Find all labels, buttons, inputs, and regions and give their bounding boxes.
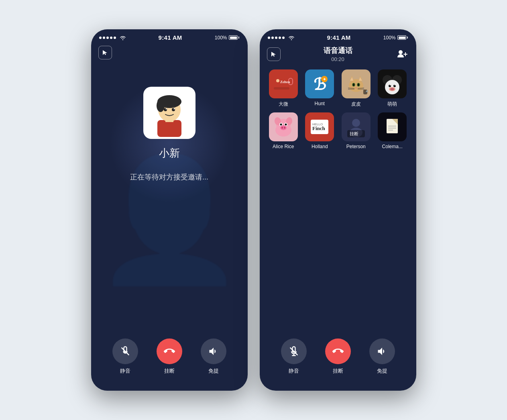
avatar-dawei: Zelten — [269, 69, 298, 98]
phone-2: 9:41 AM 100% 语音通话 00:20 — [260, 29, 416, 391]
caller-avatar-svg — [145, 89, 193, 137]
battery-icon-2 — [397, 35, 408, 40]
hangup-icon — [164, 346, 175, 357]
svg-point-56 — [280, 124, 282, 126]
svg-text:Finch: Finch — [312, 125, 326, 131]
signal-area — [99, 35, 126, 40]
participant-holland: HELLO Finch Holland — [304, 112, 336, 149]
mute-label-2: 静音 — [289, 367, 299, 375]
speaker-label: 免提 — [208, 367, 219, 375]
call-title: 语音通话 — [324, 46, 352, 55]
controls-1: 静音 挂断 免提 — [91, 330, 248, 391]
participant-pipi: 🎤 皮皮 — [340, 69, 372, 108]
svg-rect-0 — [157, 120, 181, 137]
name-holland: Holland — [312, 144, 328, 149]
name-alice: Alice Rice — [273, 144, 294, 149]
participant-coleman: Colema... — [377, 112, 408, 149]
participant-hunt: ℬ ✦ Hunt — [304, 69, 336, 108]
status-time-2: 9:41 AM — [327, 34, 351, 41]
participant-dawei: Zelten 大微 — [268, 69, 299, 108]
hangup-control[interactable]: 挂断 — [157, 338, 182, 375]
svg-point-22 — [349, 79, 363, 92]
coleman-svg — [380, 115, 404, 139]
svg-point-59 — [281, 127, 283, 129]
disconnect-svg: 挂断 — [344, 115, 368, 139]
svg-point-4 — [157, 99, 165, 112]
calling-content: 👤 — [91, 63, 248, 330]
signal-area-2 — [268, 35, 295, 40]
cat-svg: 🎤 — [344, 72, 368, 96]
svg-point-66 — [352, 119, 360, 127]
mic-off-icon-2 — [288, 346, 299, 357]
mute-button[interactable] — [112, 338, 138, 364]
svg-point-46 — [390, 85, 391, 86]
svg-point-42 — [389, 85, 391, 87]
battery-icon-1 — [229, 35, 239, 40]
header-title-group: 语音通话 00:20 — [324, 46, 352, 62]
hangup-label-2: 挂断 — [333, 367, 343, 375]
finch-svg: HELLO Finch — [307, 115, 332, 139]
svg-point-7 — [165, 108, 167, 110]
svg-point-8 — [173, 108, 175, 110]
hangup-label: 挂断 — [164, 367, 175, 375]
participants-grid: Zelten 大微 ℬ ✦ Hunt — [268, 69, 408, 149]
mute-control-2[interactable]: 静音 — [281, 338, 307, 375]
svg-point-45 — [390, 88, 394, 90]
mute-control[interactable]: 静音 — [112, 338, 138, 375]
avatar-holland: HELLO Finch — [305, 112, 334, 141]
signal-dots — [99, 37, 116, 39]
svg-point-57 — [285, 124, 287, 126]
pig-svg — [271, 115, 295, 139]
battery-area-2: 100% — [383, 35, 408, 41]
name-mengmeng: 萌萌 — [387, 101, 397, 108]
status-bar-2: 9:41 AM 100% — [260, 29, 416, 44]
phones-container: 9:41 AM 100% 👤 — [91, 29, 416, 391]
caller-name: 小新 — [159, 146, 180, 160]
wifi-icon-2 — [288, 35, 295, 40]
battery-area-1: 100% — [215, 35, 240, 41]
app-icon-2[interactable] — [267, 47, 281, 61]
group-call-content: Zelten 大微 ℬ ✦ Hunt — [260, 65, 416, 330]
svg-rect-14 — [274, 87, 289, 90]
mute-label: 静音 — [120, 367, 130, 375]
name-coleman: Colema... — [382, 144, 403, 149]
participant-peterson: 挂断 Peterson — [340, 112, 372, 149]
add-person-button[interactable] — [395, 47, 409, 61]
participant-mengmeng: 萌萌 — [377, 69, 408, 108]
hangup-button[interactable] — [157, 338, 182, 364]
phone-1: 9:41 AM 100% 👤 — [91, 29, 248, 391]
hangup-control-2[interactable]: 挂断 — [325, 338, 351, 375]
hangup-icon-2 — [332, 346, 344, 357]
hunt-svg: ℬ ✦ — [307, 72, 332, 96]
status-bar-1: 9:41 AM 100% — [91, 29, 248, 44]
svg-point-43 — [393, 85, 396, 87]
svg-point-30 — [358, 84, 359, 86]
avatar-pipi: 🎤 — [342, 69, 371, 98]
speaker-control-2[interactable]: 免提 — [369, 338, 395, 375]
hangup-button-2[interactable] — [325, 338, 351, 364]
add-person-icon — [397, 49, 408, 59]
signal-dots-2 — [268, 37, 285, 39]
cursor-icon-2 — [270, 51, 277, 58]
speaker-button[interactable] — [201, 338, 226, 364]
svg-text:🎤: 🎤 — [364, 90, 368, 94]
speaker-icon — [208, 346, 219, 357]
cursor-icon-1 — [102, 49, 109, 56]
app-icon-1[interactable] — [98, 46, 112, 59]
speaker-control[interactable]: 免提 — [201, 338, 226, 375]
mute-button-2[interactable] — [281, 338, 307, 364]
avatar-alice — [269, 112, 298, 141]
avatar-mengmeng — [378, 69, 407, 98]
name-pipi: 皮皮 — [351, 101, 361, 108]
svg-point-29 — [353, 84, 354, 86]
participant-alice: Alice Rice — [268, 112, 299, 149]
header-2: 语音通话 00:20 — [260, 44, 416, 65]
svg-point-60 — [284, 127, 285, 129]
avatar-coleman — [378, 112, 407, 141]
controls-2: 静音 挂断 免提 — [260, 330, 416, 391]
call-duration: 00:20 — [331, 56, 344, 62]
avatar-peterson: 挂断 — [342, 112, 371, 141]
speaker-icon-2 — [377, 346, 388, 357]
mic-off-icon — [120, 346, 131, 357]
speaker-button-2[interactable] — [369, 338, 395, 364]
